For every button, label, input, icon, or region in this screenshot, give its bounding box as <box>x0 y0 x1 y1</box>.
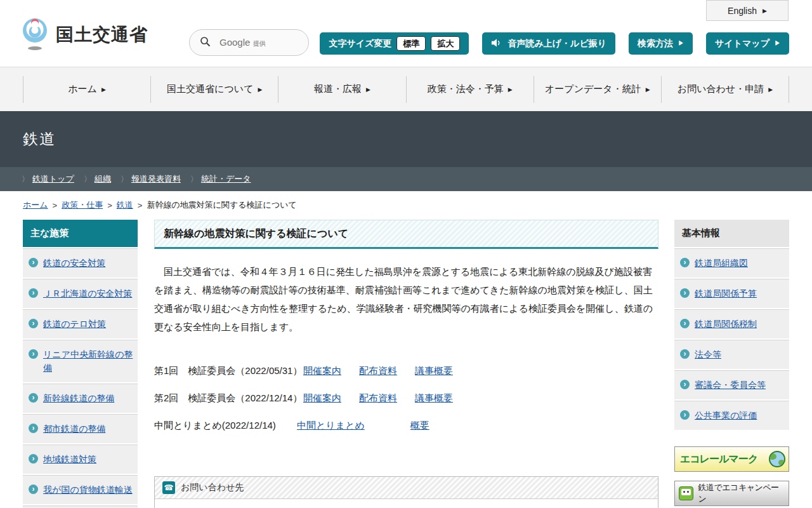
nav-item-press[interactable]: 報道・広報 ▶ <box>278 76 405 103</box>
meeting-label: 第2回 検証委員会（2022/12/14） <box>154 392 303 404</box>
sidebar-item-freight-railway[interactable]: › 我が国の貨物鉄道輸送 <box>23 475 138 504</box>
nav-item-contact[interactable]: お問い合わせ・申請 ▶ <box>661 76 789 103</box>
sitemap-button[interactable]: サイトマップ ▶ <box>706 32 789 55</box>
sidebar-item-urban-railway[interactable]: › 都市鉄道の整備 <box>23 414 138 443</box>
section-nav-label: 報道発表資料 <box>131 173 181 185</box>
meeting-label: 第1回 検証委員会（2022/05/31） <box>154 365 303 377</box>
text-to-speech-button[interactable]: 音声読み上げ・ルビ振り <box>482 32 615 55</box>
sidebar-item-laws[interactable]: › 法令等 <box>674 340 789 369</box>
sidebar-item-label: 新幹線鉄道の整備 <box>43 392 114 405</box>
sidebar-item-shinkansen-development[interactable]: › 新幹線鉄道の整備 <box>23 384 138 413</box>
section-banner: 鉄道 <box>0 111 812 167</box>
font-size-button[interactable]: 文字サイズ変更 標準 拡大 <box>320 32 469 55</box>
section-nav-press-releases[interactable]: 〉 報道発表資料 <box>121 173 181 185</box>
search-icon <box>200 36 211 50</box>
nav-label: ホーム <box>68 83 97 95</box>
interim-summary-link[interactable]: 概要 <box>410 420 429 432</box>
nav-label: オープンデータ・統計 <box>545 83 641 95</box>
sidebar-item-org-chart[interactable]: › 鉄道局組織図 <box>674 248 789 277</box>
section-nav-railway-top[interactable]: 〉 鉄道トップ <box>22 173 74 185</box>
circle-chevron-icon: › <box>680 258 690 267</box>
english-label: English <box>728 6 757 16</box>
contact-body: 国土交通省鉄道局技術企画課 電話：03-5253-8111 <box>155 499 658 508</box>
nav-item-policy[interactable]: 政策・法令・予算 ▶ <box>406 76 534 103</box>
circle-chevron-icon: › <box>680 380 690 389</box>
nav-label: お問い合わせ・申請 <box>678 83 764 95</box>
interim-report-link[interactable]: 中間とりまとめ <box>297 420 365 432</box>
eco-rail-mark-banner[interactable]: エコレールマーク <box>674 446 789 472</box>
sidebar-item-project-evaluation[interactable]: › 公共事業の評価 <box>674 401 789 430</box>
mlit-logo[interactable]: 国土交通省 <box>22 17 148 53</box>
sidebar-item-jr-hokkaido-safety[interactable]: › ＪＲ北海道の安全対策 <box>23 279 138 308</box>
circle-chevron-icon: › <box>680 319 690 328</box>
meeting1-minutes-link[interactable]: 議事概要 <box>415 365 453 377</box>
chevron-right-icon: 〉 <box>121 174 128 185</box>
circle-chevron-icon: › <box>29 258 38 267</box>
chevron-right-icon: ▶ <box>768 86 773 93</box>
breadcrumb: ホーム > 政策・仕事 > 鉄道 > 新幹線の地震対策に関する検証について <box>0 191 812 217</box>
circle-chevron-icon: › <box>29 349 38 359</box>
breadcrumb-policy[interactable]: 政策・仕事 <box>62 199 103 211</box>
eco-campaign-label: 鉄道でエコキャンペーン <box>698 482 785 505</box>
site-search[interactable]: Google 提供 <box>189 29 309 56</box>
eco-rail-mark-label: エコレールマーク <box>680 453 757 466</box>
meeting2-materials-link[interactable]: 配布資料 <box>359 392 397 404</box>
breadcrumb-home[interactable]: ホーム <box>23 199 48 211</box>
chevron-right-icon: ▶ <box>102 86 106 93</box>
circle-chevron-icon: › <box>680 349 690 359</box>
eco-campaign-banner[interactable]: 鉄道でエコキャンペーン <box>674 481 789 506</box>
sidebar-item-label: 我が国の貨物鉄道輸送 <box>43 483 133 497</box>
sidebar-item-label: 審議会・委員会等 <box>695 378 766 392</box>
chevron-right-icon: ▶ <box>366 86 370 93</box>
section-nav-statistics[interactable]: 〉 統計・データ <box>190 173 251 185</box>
phone-icon: ☎ <box>162 481 175 494</box>
sidebar-item-budget[interactable]: › 鉄道局関係予算 <box>674 279 789 308</box>
nav-label: 報道・広報 <box>314 83 362 95</box>
meeting2-minutes-link[interactable]: 議事概要 <box>415 392 453 404</box>
sidebar-item-railway-safety[interactable]: › 鉄道の安全対策 <box>23 248 138 277</box>
left-sidebar: 主な施策 › 鉄道の安全対策 › ＪＲ北海道の安全対策 › 鉄道のテロ対策 › … <box>23 220 138 508</box>
english-button[interactable]: English ▶ <box>706 0 789 21</box>
font-size-large-button[interactable]: 拡大 <box>431 36 460 51</box>
speaker-icon <box>491 38 502 50</box>
font-size-standard-button[interactable]: 標準 <box>396 36 426 51</box>
left-sidebar-title: 主な施策 <box>23 220 138 247</box>
sidebar-item-councils[interactable]: › 審議会・委員会等 <box>674 370 789 399</box>
sidebar-item-linear-chuo-shinkansen[interactable]: › リニア中央新幹線の整備 <box>23 340 138 382</box>
sitemap-label: サイトマップ <box>715 38 769 50</box>
sidebar-item-terrorism[interactable]: › 鉄道のテロ対策 <box>23 309 138 338</box>
section-nav-organization[interactable]: 〉 組織 <box>84 173 111 185</box>
chevron-right-icon: ▶ <box>508 86 513 93</box>
section-title: 鉄道 <box>23 129 56 149</box>
nav-item-home[interactable]: ホーム ▶ <box>23 76 150 103</box>
meeting1-materials-link[interactable]: 配布資料 <box>359 365 397 377</box>
breadcrumb-railway[interactable]: 鉄道 <box>117 199 133 211</box>
contact-box: ☎ お問い合わせ先 国土交通省鉄道局技術企画課 電話：03-5253-8111 <box>154 476 658 508</box>
sidebar-item-label: 鉄道のテロ対策 <box>43 318 106 331</box>
sidebar-item-regional-railway[interactable]: › 地域鉄道対策 <box>23 444 138 474</box>
robot-mascot-icon <box>679 486 693 500</box>
nav-label: 国土交通省について <box>167 83 253 95</box>
circle-chevron-icon: › <box>29 288 38 298</box>
sidebar-item-tax[interactable]: › 鉄道局関係税制 <box>674 309 789 338</box>
search-method-button[interactable]: 検索方法 ▶ <box>629 32 693 55</box>
search-provider-label: Google <box>219 37 250 48</box>
intro-paragraph: 国土交通省では、令和４年３月１６日に発生した福島県沖を震源とする地震による東北新… <box>154 262 658 336</box>
meeting2-open-info-link[interactable]: 開催案内 <box>303 392 341 404</box>
header-toolbar: 文字サイズ変更 標準 拡大 音声読み上げ・ルビ振り 検索方法 ▶ サイトマップ … <box>320 32 789 55</box>
font-size-label: 文字サイズ変更 <box>329 38 391 50</box>
circle-chevron-icon: › <box>29 393 38 403</box>
sidebar-item-label: 鉄道局関係予算 <box>695 287 757 300</box>
chevron-right-icon: ▶ <box>258 86 263 93</box>
nav-item-about-mlit[interactable]: 国土交通省について ▶ <box>150 76 278 103</box>
sidebar-item-label: リニア中央新幹線の整備 <box>43 348 134 375</box>
meeting1-open-info-link[interactable]: 開催案内 <box>303 365 341 377</box>
nav-item-open-data[interactable]: オープンデータ・統計 ▶ <box>534 76 661 103</box>
site-title: 国土交通省 <box>56 23 148 47</box>
sidebar-item-tech-development[interactable]: › 鉄道の技術開発 <box>23 505 138 508</box>
right-sidebar-title: 基本情報 <box>674 220 789 247</box>
chevron-right-icon: 〉 <box>84 174 91 185</box>
meeting-row-2: 第2回 検証委員会（2022/12/14） 開催案内 配布資料 議事概要 <box>154 392 658 404</box>
site-header: 国土交通省 Google 提供 文字サイズ変更 標準 拡大 <box>0 0 812 67</box>
section-nav: 〉 鉄道トップ 〉 組織 〉 報道発表資料 〉 統計・データ <box>0 167 812 191</box>
